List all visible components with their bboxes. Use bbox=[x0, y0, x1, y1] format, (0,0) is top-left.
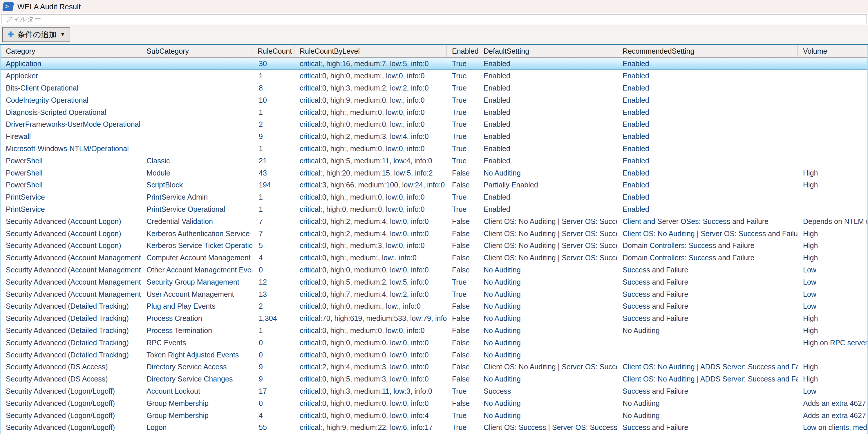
table-row[interactable]: Security Advanced (Detailed Tracking)RPC… bbox=[1, 337, 867, 349]
add-condition-button[interactable]: ✚ 条件の追加 ▼ bbox=[2, 27, 70, 42]
table-row[interactable]: Application30critical:, high:16, medium:… bbox=[1, 58, 867, 70]
table-row[interactable]: Firewall9critical:0, high:2, medium:3, l… bbox=[1, 130, 867, 143]
table-row[interactable]: Security Advanced (Detailed Tracking)Plu… bbox=[1, 300, 867, 312]
column-header-rule_count_by_level[interactable]: RuleCountByLevel bbox=[294, 45, 447, 57]
cell-rule_count_by_level: critical:0, high:, medium:0, low:0, info… bbox=[294, 108, 447, 117]
table-row[interactable]: Security Advanced (Account Management)Ot… bbox=[1, 264, 867, 276]
cell-default_setting: Client OS: No Auditing | Server OS: Succ… bbox=[478, 229, 617, 238]
cell-rule_count: 7 bbox=[252, 217, 294, 226]
cell-volume: Low bbox=[798, 387, 867, 395]
cell-category: Security Advanced (DS Access) bbox=[1, 375, 141, 383]
cell-rule_count_by_level: critical:0, high:, medium:0, low:0, info… bbox=[294, 145, 447, 153]
cell-rule_count: 13 bbox=[252, 290, 294, 299]
table-row[interactable]: DriverFrameworks-UserMode Operational2cr… bbox=[1, 118, 867, 130]
cell-enabled: False bbox=[447, 217, 478, 226]
cell-rule_count: 1 bbox=[252, 193, 294, 202]
table-row[interactable]: Security Advanced (Account Logon)Kerbero… bbox=[1, 240, 867, 252]
table-row[interactable]: Security Advanced (Logon/Logoff)Group Me… bbox=[1, 397, 867, 409]
cell-default_setting: Client OS: No Auditing | Server OS: Succ… bbox=[478, 241, 617, 250]
table-row[interactable]: Diagnosis-Scripted Operational1critical:… bbox=[1, 106, 867, 118]
cell-recommended_setting: Enabled bbox=[617, 120, 798, 128]
table-row[interactable]: CodeIntegrity Operational10critical:0, h… bbox=[1, 94, 867, 106]
cell-rule_count_by_level: critical:0, high:0, medium:0, low:0, inf… bbox=[294, 351, 447, 359]
column-header-volume[interactable]: Volume bbox=[798, 45, 867, 57]
cell-subcategory: Logon bbox=[141, 423, 252, 432]
table-row[interactable]: PowerShellModule43critical:, high:20, me… bbox=[1, 167, 867, 179]
column-header-rule_count[interactable]: RuleCount bbox=[252, 45, 294, 57]
cell-rule_count_by_level: critical:0, high:3, medium:11, low:3, in… bbox=[294, 387, 447, 395]
cell-recommended_setting: Enabled bbox=[617, 84, 798, 92]
table-row[interactable]: Security Advanced (DS Access)Directory S… bbox=[1, 373, 867, 385]
window-title: WELA Audit Result bbox=[18, 2, 81, 11]
cell-category: Security Advanced (Logon/Logoff) bbox=[1, 411, 141, 420]
table-header-row: CategorySubCategoryRuleCountRuleCountByL… bbox=[1, 45, 867, 58]
table-row[interactable]: Microsoft-Windows-NTLM/Operational1criti… bbox=[1, 143, 867, 155]
table-row[interactable]: Security Advanced (Logon/Logoff)Account … bbox=[1, 385, 867, 398]
cell-enabled: True bbox=[447, 157, 478, 165]
table-row[interactable]: Security Advanced (Account Management)Co… bbox=[1, 252, 867, 264]
column-header-recommended_setting[interactable]: RecommendedSetting bbox=[617, 45, 798, 57]
cell-category: Applocker bbox=[1, 72, 141, 80]
cell-volume: Depends on NTLM us bbox=[798, 217, 867, 226]
cell-enabled: False bbox=[447, 241, 478, 250]
cell-rule_count: 55 bbox=[252, 423, 294, 432]
cell-enabled: False bbox=[447, 399, 478, 408]
table-row[interactable]: Security Advanced (Account Logon)Kerbero… bbox=[1, 227, 867, 240]
cell-subcategory: User Account Management bbox=[141, 290, 252, 299]
cell-rule_count_by_level: critical:0, high:, medium:3, low:0, info… bbox=[294, 241, 447, 250]
cell-subcategory: Computer Account Management bbox=[141, 253, 252, 262]
table-row[interactable]: Security Advanced (Detailed Tracking)Pro… bbox=[1, 324, 867, 337]
cell-default_setting: Enabled bbox=[478, 132, 617, 141]
cell-enabled: True bbox=[447, 84, 478, 92]
cell-default_setting: Client OS: Success | Server OS: Success … bbox=[478, 423, 617, 432]
table-row[interactable]: Applocker1critical:0, high:0, medium:, l… bbox=[1, 70, 867, 82]
column-header-subcategory[interactable]: SubCategory bbox=[141, 45, 252, 57]
cell-enabled: False bbox=[447, 314, 478, 322]
cell-subcategory: Plug and Play Events bbox=[141, 302, 252, 310]
table-row[interactable]: Security Advanced (Detailed Tracking)Tok… bbox=[1, 349, 867, 361]
table-row[interactable]: Security Advanced (DS Access)Directory S… bbox=[1, 361, 867, 373]
cell-rule_count: 9 bbox=[252, 375, 294, 383]
cell-recommended_setting: Enabled bbox=[617, 145, 798, 153]
cell-rule_count: 12 bbox=[252, 278, 294, 286]
cell-rule_count: 2 bbox=[252, 302, 294, 310]
cell-rule_count: 0 bbox=[252, 339, 294, 347]
cell-subcategory: Process Creation bbox=[141, 314, 252, 322]
cell-enabled: False bbox=[447, 363, 478, 371]
cell-rule_count_by_level: critical:0, high:2, medium:4, low:0, inf… bbox=[294, 229, 447, 238]
table-row[interactable]: Security Advanced (Detailed Tracking)Pro… bbox=[1, 312, 867, 324]
cell-enabled: True bbox=[447, 145, 478, 153]
table-row[interactable]: Security Advanced (Account Management)Us… bbox=[1, 288, 867, 300]
cell-rule_count_by_level: critical:0, high:2, medium:4, low:0, inf… bbox=[294, 217, 447, 226]
cell-default_setting: No Auditing bbox=[478, 351, 617, 359]
cell-category: Application bbox=[1, 59, 141, 68]
cell-rule_count: 0 bbox=[252, 399, 294, 408]
table-row[interactable]: Security Advanced (Account Management)Se… bbox=[1, 276, 867, 288]
cell-default_setting: No Auditing bbox=[478, 278, 617, 286]
table-row[interactable]: Security Advanced (Account Logon)Credent… bbox=[1, 215, 867, 227]
cell-default_setting: Enabled bbox=[478, 108, 617, 117]
cell-rule_count_by_level: critical:0, high:9, medium:0, low:, info… bbox=[294, 96, 447, 104]
cell-recommended_setting: Success and Failure bbox=[617, 302, 798, 310]
table-row[interactable]: PrintServicePrintService Operational1cri… bbox=[1, 204, 867, 216]
cell-recommended_setting: Enabled bbox=[617, 72, 798, 80]
column-header-category[interactable]: Category bbox=[1, 45, 141, 57]
table-row[interactable]: Security Advanced (Logon/Logoff)Group Me… bbox=[1, 409, 867, 422]
table-row[interactable]: PowerShellScriptBlock194critical:3, high… bbox=[1, 179, 867, 191]
cell-rule_count: 9 bbox=[252, 132, 294, 141]
column-header-default_setting[interactable]: DefaultSetting bbox=[478, 45, 617, 57]
column-header-enabled[interactable]: Enabled bbox=[447, 45, 478, 57]
cell-category: Security Advanced (Account Logon) bbox=[1, 229, 141, 238]
table-row[interactable]: PowerShellClassic21critical:0, high:5, m… bbox=[1, 155, 867, 167]
cell-default_setting: No Auditing bbox=[478, 302, 617, 310]
filter-input[interactable] bbox=[1, 14, 867, 24]
cell-rule_count_by_level: critical:0, high:0, medium:0, low:, info… bbox=[294, 120, 447, 128]
plus-icon: ✚ bbox=[7, 31, 14, 38]
table-row[interactable]: Security Advanced (Logon/Logoff)Logon55c… bbox=[1, 422, 867, 434]
cell-subcategory: Account Lockout bbox=[141, 387, 252, 395]
cell-default_setting: Enabled bbox=[478, 59, 617, 68]
cell-recommended_setting: Enabled bbox=[617, 157, 798, 165]
cell-rule_count_by_level: critical:0, high:5, medium:11, low:4, in… bbox=[294, 157, 447, 165]
table-row[interactable]: PrintServicePrintService Admin1critical:… bbox=[1, 191, 867, 204]
table-row[interactable]: Bits-Client Operational8critical:0, high… bbox=[1, 82, 867, 94]
